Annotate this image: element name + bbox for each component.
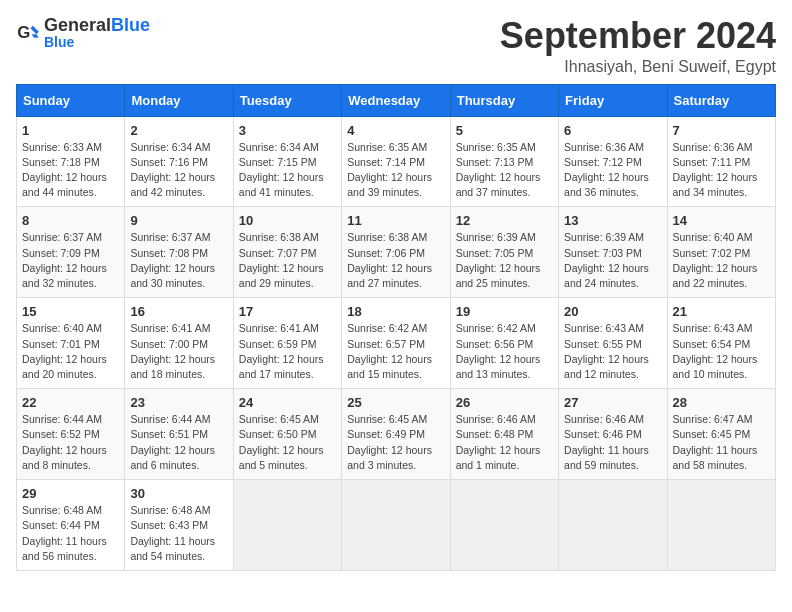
- day-info: Sunrise: 6:43 AMSunset: 6:55 PMDaylight:…: [564, 321, 661, 382]
- day-cell-25: 25 Sunrise: 6:45 AMSunset: 6:49 PMDaylig…: [342, 389, 450, 480]
- day-number: 16: [130, 304, 227, 319]
- day-info: Sunrise: 6:47 AMSunset: 6:45 PMDaylight:…: [673, 412, 770, 473]
- calendar-week-4: 22 Sunrise: 6:44 AMSunset: 6:52 PMDaylig…: [17, 389, 776, 480]
- day-info: Sunrise: 6:45 AMSunset: 6:49 PMDaylight:…: [347, 412, 444, 473]
- day-number: 29: [22, 486, 119, 501]
- day-info: Sunrise: 6:48 AMSunset: 6:43 PMDaylight:…: [130, 503, 227, 564]
- day-cell-22: 22 Sunrise: 6:44 AMSunset: 6:52 PMDaylig…: [17, 389, 125, 480]
- day-info: Sunrise: 6:41 AMSunset: 6:59 PMDaylight:…: [239, 321, 336, 382]
- day-info: Sunrise: 6:46 AMSunset: 6:46 PMDaylight:…: [564, 412, 661, 473]
- day-number: 28: [673, 395, 770, 410]
- day-number: 14: [673, 213, 770, 228]
- day-cell-23: 23 Sunrise: 6:44 AMSunset: 6:51 PMDaylig…: [125, 389, 233, 480]
- day-info: Sunrise: 6:44 AMSunset: 6:51 PMDaylight:…: [130, 412, 227, 473]
- svg-marker-1: [30, 26, 38, 34]
- day-cell-24: 24 Sunrise: 6:45 AMSunset: 6:50 PMDaylig…: [233, 389, 341, 480]
- day-info: Sunrise: 6:42 AMSunset: 6:56 PMDaylight:…: [456, 321, 553, 382]
- day-number: 4: [347, 123, 444, 138]
- header-saturday: Saturday: [667, 84, 775, 116]
- day-cell-3: 3 Sunrise: 6:34 AMSunset: 7:15 PMDayligh…: [233, 116, 341, 207]
- day-number: 26: [456, 395, 553, 410]
- day-number: 25: [347, 395, 444, 410]
- svg-text:G: G: [17, 23, 30, 42]
- header-wednesday: Wednesday: [342, 84, 450, 116]
- day-cell-12: 12 Sunrise: 6:39 AMSunset: 7:05 PMDaylig…: [450, 207, 558, 298]
- day-number: 17: [239, 304, 336, 319]
- title-area: September 2024 Ihnasiyah, Beni Suweif, E…: [500, 16, 776, 76]
- day-info: Sunrise: 6:34 AMSunset: 7:16 PMDaylight:…: [130, 140, 227, 201]
- day-cell-29: 29 Sunrise: 6:48 AMSunset: 6:44 PMDaylig…: [17, 480, 125, 571]
- header-sunday: Sunday: [17, 84, 125, 116]
- day-info: Sunrise: 6:35 AMSunset: 7:14 PMDaylight:…: [347, 140, 444, 201]
- day-info: Sunrise: 6:33 AMSunset: 7:18 PMDaylight:…: [22, 140, 119, 201]
- day-cell-empty: [342, 480, 450, 571]
- day-number: 8: [22, 213, 119, 228]
- day-cell-16: 16 Sunrise: 6:41 AMSunset: 7:00 PMDaylig…: [125, 298, 233, 389]
- day-info: Sunrise: 6:40 AMSunset: 7:01 PMDaylight:…: [22, 321, 119, 382]
- day-number: 11: [347, 213, 444, 228]
- day-number: 21: [673, 304, 770, 319]
- calendar-table: Sunday Monday Tuesday Wednesday Thursday…: [16, 84, 776, 571]
- day-cell-2: 2 Sunrise: 6:34 AMSunset: 7:16 PMDayligh…: [125, 116, 233, 207]
- day-cell-4: 4 Sunrise: 6:35 AMSunset: 7:14 PMDayligh…: [342, 116, 450, 207]
- day-cell-empty: [233, 480, 341, 571]
- header-thursday: Thursday: [450, 84, 558, 116]
- day-cell-28: 28 Sunrise: 6:47 AMSunset: 6:45 PMDaylig…: [667, 389, 775, 480]
- day-cell-14: 14 Sunrise: 6:40 AMSunset: 7:02 PMDaylig…: [667, 207, 775, 298]
- header: G GeneralBlue Blue September 2024 Ihnasi…: [16, 16, 776, 76]
- day-cell-empty: [450, 480, 558, 571]
- day-cell-10: 10 Sunrise: 6:38 AMSunset: 7:07 PMDaylig…: [233, 207, 341, 298]
- day-cell-11: 11 Sunrise: 6:38 AMSunset: 7:06 PMDaylig…: [342, 207, 450, 298]
- day-cell-empty: [667, 480, 775, 571]
- day-info: Sunrise: 6:48 AMSunset: 6:44 PMDaylight:…: [22, 503, 119, 564]
- logo-icon: G: [16, 21, 40, 45]
- day-info: Sunrise: 6:37 AMSunset: 7:09 PMDaylight:…: [22, 230, 119, 291]
- header-tuesday: Tuesday: [233, 84, 341, 116]
- day-cell-18: 18 Sunrise: 6:42 AMSunset: 6:57 PMDaylig…: [342, 298, 450, 389]
- day-info: Sunrise: 6:43 AMSunset: 6:54 PMDaylight:…: [673, 321, 770, 382]
- day-info: Sunrise: 6:39 AMSunset: 7:03 PMDaylight:…: [564, 230, 661, 291]
- month-title: September 2024: [500, 16, 776, 56]
- day-cell-27: 27 Sunrise: 6:46 AMSunset: 6:46 PMDaylig…: [559, 389, 667, 480]
- svg-marker-2: [32, 34, 39, 38]
- day-number: 23: [130, 395, 227, 410]
- day-cell-5: 5 Sunrise: 6:35 AMSunset: 7:13 PMDayligh…: [450, 116, 558, 207]
- day-info: Sunrise: 6:42 AMSunset: 6:57 PMDaylight:…: [347, 321, 444, 382]
- day-cell-17: 17 Sunrise: 6:41 AMSunset: 6:59 PMDaylig…: [233, 298, 341, 389]
- day-number: 1: [22, 123, 119, 138]
- day-info: Sunrise: 6:39 AMSunset: 7:05 PMDaylight:…: [456, 230, 553, 291]
- day-info: Sunrise: 6:41 AMSunset: 7:00 PMDaylight:…: [130, 321, 227, 382]
- day-number: 12: [456, 213, 553, 228]
- logo-blue-label: Blue: [44, 34, 150, 50]
- day-number: 10: [239, 213, 336, 228]
- day-info: Sunrise: 6:46 AMSunset: 6:48 PMDaylight:…: [456, 412, 553, 473]
- day-number: 15: [22, 304, 119, 319]
- day-cell-15: 15 Sunrise: 6:40 AMSunset: 7:01 PMDaylig…: [17, 298, 125, 389]
- day-cell-20: 20 Sunrise: 6:43 AMSunset: 6:55 PMDaylig…: [559, 298, 667, 389]
- day-number: 13: [564, 213, 661, 228]
- day-info: Sunrise: 6:35 AMSunset: 7:13 PMDaylight:…: [456, 140, 553, 201]
- day-cell-7: 7 Sunrise: 6:36 AMSunset: 7:11 PMDayligh…: [667, 116, 775, 207]
- logo-blue-text: Blue: [111, 16, 150, 34]
- day-number: 7: [673, 123, 770, 138]
- day-cell-21: 21 Sunrise: 6:43 AMSunset: 6:54 PMDaylig…: [667, 298, 775, 389]
- day-cell-6: 6 Sunrise: 6:36 AMSunset: 7:12 PMDayligh…: [559, 116, 667, 207]
- day-number: 3: [239, 123, 336, 138]
- day-number: 19: [456, 304, 553, 319]
- day-number: 27: [564, 395, 661, 410]
- day-cell-1: 1 Sunrise: 6:33 AMSunset: 7:18 PMDayligh…: [17, 116, 125, 207]
- day-cell-8: 8 Sunrise: 6:37 AMSunset: 7:09 PMDayligh…: [17, 207, 125, 298]
- day-info: Sunrise: 6:44 AMSunset: 6:52 PMDaylight:…: [22, 412, 119, 473]
- header-friday: Friday: [559, 84, 667, 116]
- calendar-week-2: 8 Sunrise: 6:37 AMSunset: 7:09 PMDayligh…: [17, 207, 776, 298]
- day-number: 24: [239, 395, 336, 410]
- calendar-week-5: 29 Sunrise: 6:48 AMSunset: 6:44 PMDaylig…: [17, 480, 776, 571]
- logo: G GeneralBlue Blue: [16, 16, 150, 50]
- calendar-week-3: 15 Sunrise: 6:40 AMSunset: 7:01 PMDaylig…: [17, 298, 776, 389]
- day-cell-26: 26 Sunrise: 6:46 AMSunset: 6:48 PMDaylig…: [450, 389, 558, 480]
- day-number: 20: [564, 304, 661, 319]
- day-cell-empty: [559, 480, 667, 571]
- calendar-week-1: 1 Sunrise: 6:33 AMSunset: 7:18 PMDayligh…: [17, 116, 776, 207]
- calendar-header-row: Sunday Monday Tuesday Wednesday Thursday…: [17, 84, 776, 116]
- day-cell-9: 9 Sunrise: 6:37 AMSunset: 7:08 PMDayligh…: [125, 207, 233, 298]
